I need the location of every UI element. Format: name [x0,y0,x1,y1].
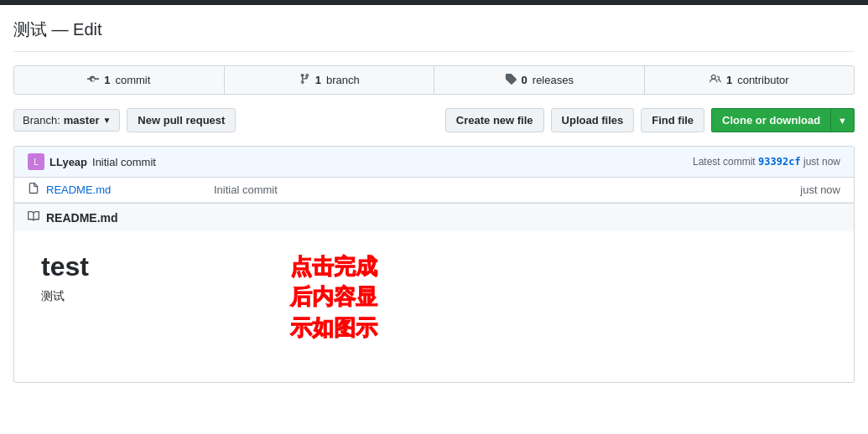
commit-time: just now [803,156,840,168]
commits-stat[interactable]: 1 commit [14,66,225,94]
latest-commit-label: Latest commit [693,156,756,168]
file-time: just now [800,183,840,196]
file-row: README.md Initial commit just now [14,178,854,203]
commits-icon [87,73,99,87]
commits-label: commit [115,74,150,86]
readme-subtext: 测试 [41,289,89,304]
stats-bar: 1 commit 1 branch 0 releases 1 contribut… [13,65,855,95]
action-bar: Branch: master ▼ New pull request Create… [13,108,855,132]
create-new-file-button[interactable]: Create new file [445,108,544,132]
branches-stat[interactable]: 1 branch [225,66,435,94]
readme-header: README.md [14,203,854,231]
file-name[interactable]: README.md [46,183,214,196]
branches-count: 1 [315,74,321,86]
commit-meta: Latest commit 93392cf just now [693,156,840,168]
releases-icon [505,73,517,87]
upload-files-button[interactable]: Upload files [551,108,635,132]
branch-selector[interactable]: Branch: master ▼ [13,109,120,132]
contributors-stat[interactable]: 1 contributor [645,66,855,94]
commit-bar: L LLyeap Initial commit Latest commit 93… [14,147,854,178]
readme-heading: test [41,251,89,282]
branches-icon [299,73,310,87]
branch-label: Branch: [23,114,60,127]
clone-or-download-arrow[interactable]: ▼ [830,108,855,132]
readme-annotation: 点击完成 后内容显 示如图示 [290,251,377,343]
commit-author[interactable]: LLyeap [49,156,87,168]
contributors-label: contributor [737,74,788,86]
clone-or-download-group: Clone or download ▼ [711,108,855,132]
releases-stat[interactable]: 0 releases [434,66,645,94]
commit-message: Initial commit [92,156,156,168]
commits-count: 1 [104,74,110,86]
clone-or-download-button[interactable]: Clone or download [711,108,830,132]
new-pull-request-button[interactable]: New pull request [127,108,236,132]
chevron-down-icon: ▼ [102,116,111,125]
find-file-button[interactable]: Find file [641,108,704,132]
page-title: 测试 — Edit [13,5,855,52]
releases-count: 0 [522,74,528,86]
branches-label: branch [326,74,360,86]
file-commit-message: Initial commit [214,183,800,196]
readme-content: test 测试 点击完成 后内容显 示如图示 [14,231,854,382]
readme-book-icon [28,210,39,225]
file-section: L LLyeap Initial commit Latest commit 93… [13,146,855,383]
avatar: L [28,153,44,170]
file-icon [28,183,39,197]
commit-hash[interactable]: 93392cf [758,156,801,168]
contributors-count: 1 [726,74,732,86]
readme-filename: README.md [46,211,118,225]
releases-label: releases [533,74,574,86]
branch-current: master [64,114,100,127]
contributors-icon [709,73,721,87]
